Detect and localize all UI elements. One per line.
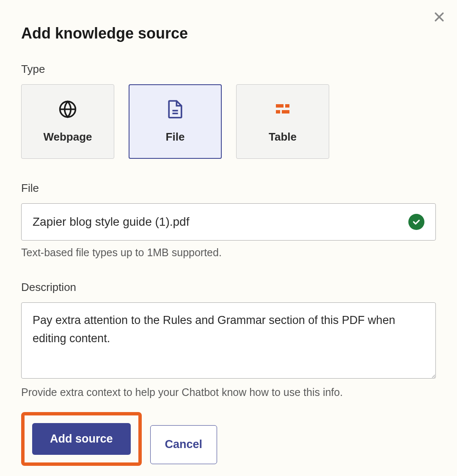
highlight-annotation: Add source: [21, 412, 142, 466]
svg-rect-7: [285, 104, 289, 108]
svg-rect-6: [276, 104, 284, 108]
description-label: Description: [21, 281, 436, 294]
file-input[interactable]: Zapier blog style guide (1).pdf: [21, 203, 436, 241]
type-option-file[interactable]: File: [129, 84, 222, 159]
type-option-label: Webpage: [43, 130, 92, 144]
cancel-button[interactable]: Cancel: [150, 425, 217, 464]
file-name: Zapier blog style guide (1).pdf: [33, 215, 189, 229]
globe-icon: [58, 100, 77, 119]
file-label: File: [21, 182, 436, 195]
type-option-label: File: [166, 130, 185, 144]
modal-title: Add knowledge source: [21, 25, 436, 42]
type-label: Type: [21, 63, 436, 76]
action-buttons: Add source Cancel: [21, 412, 436, 466]
file-help-text: Text-based file types up to 1MB supporte…: [21, 246, 436, 259]
close-icon: [433, 11, 446, 25]
file-icon: [167, 100, 184, 119]
close-button[interactable]: [431, 9, 448, 26]
type-option-label: Table: [269, 130, 297, 144]
add-source-button[interactable]: Add source: [32, 423, 131, 455]
table-icon: [273, 100, 292, 119]
svg-rect-8: [276, 110, 280, 113]
description-input[interactable]: [21, 302, 436, 379]
svg-rect-9: [282, 110, 289, 113]
type-option-webpage[interactable]: Webpage: [21, 84, 114, 159]
success-check-icon: [408, 214, 424, 230]
description-help-text: Provide extra context to help your Chatb…: [21, 386, 436, 399]
type-options: Webpage File Table: [21, 84, 436, 159]
type-option-table[interactable]: Table: [236, 84, 329, 159]
